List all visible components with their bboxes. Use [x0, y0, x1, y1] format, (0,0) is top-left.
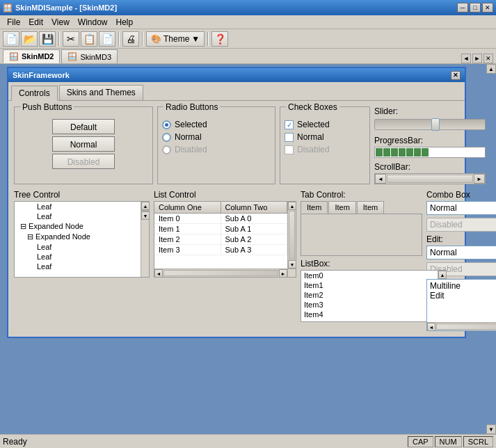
- scrollbar-track: ◄ ►: [374, 173, 486, 184]
- toolbar-sep3: [142, 32, 143, 46]
- minimize-button[interactable]: ─: [457, 3, 468, 13]
- combo-disabled-value: Disabled: [430, 220, 463, 230]
- scrollbar-right-button[interactable]: ►: [474, 174, 485, 184]
- radio-normal-circle[interactable]: [162, 133, 171, 142]
- toolbar-paste[interactable]: 📄: [99, 31, 115, 47]
- theme-label: Theme: [163, 34, 189, 44]
- inner-tab-0[interactable]: Item: [301, 201, 328, 214]
- list-scroll-up[interactable]: ▲: [288, 202, 296, 210]
- close-button[interactable]: ✕: [482, 3, 493, 13]
- scrollbar-left-button[interactable]: ◄: [375, 174, 386, 184]
- multiline-edit[interactable]: MultilineEdit ▲ ▼ ◄ ►: [426, 279, 496, 331]
- main-window: 🪟 SkinMDISample - [SkinMD2] ─ □ ✕ File E…: [0, 0, 496, 448]
- check-selected-box[interactable]: ✓: [285, 120, 294, 129]
- list-control[interactable]: Column One Column Two Item 0 Sub A 0 Ite…: [154, 201, 296, 278]
- radio-selected-label: Selected: [175, 120, 207, 129]
- radio-normal: Normal: [162, 132, 271, 142]
- radio-disabled-circle: [162, 145, 171, 154]
- menu-edit[interactable]: Edit: [24, 16, 47, 29]
- list-col-one: Column One: [154, 202, 221, 213]
- scroll-up-button[interactable]: ▲: [486, 64, 496, 74]
- mdi-tab-skinmd3[interactable]: 🪟 SkinMD3: [61, 49, 118, 63]
- listbox-item-1: Item1: [301, 280, 438, 290]
- toolbar-sep1: [58, 32, 60, 46]
- toolbar-print[interactable]: 🖨: [122, 31, 139, 47]
- check-normal-label: Normal: [297, 132, 324, 142]
- listbox-item-2: Item2: [301, 290, 438, 300]
- list-control-label: List Control: [154, 190, 296, 200]
- maximize-button[interactable]: □: [470, 3, 481, 13]
- tree-control[interactable]: Leaf Leaf ⊟ Expanded Node ⊟ Expanded Nod…: [14, 201, 150, 278]
- tree-scroll-down[interactable]: ▼: [141, 211, 150, 220]
- tree-item-expanded2: ⊟ Expanded Node: [15, 232, 141, 242]
- radio-disabled-label: Disabled: [175, 145, 207, 154]
- mdi-area: ▲ ▼ SkinFramework ✕ Controls Skins and T…: [0, 64, 496, 434]
- combo-normal[interactable]: Normal ▼: [426, 201, 496, 215]
- progress-fill: [375, 147, 429, 157]
- list-header: Column One Column Two: [154, 202, 287, 214]
- toolbar: 📄 📂 💾 ✂ 📋 📄 🖨 🎨 Theme ▼ ❓: [0, 29, 496, 49]
- list-rows: Item 0 Sub A 0 Item 1 Sub A 1 Item 2 Sub…: [154, 214, 287, 255]
- toolbar-copy[interactable]: 📋: [81, 31, 97, 47]
- mdi-nav-close[interactable]: ✕: [483, 54, 493, 63]
- push-buttons-label: Push Buttons: [20, 102, 74, 112]
- list-scroll-thumb-h[interactable]: [163, 270, 278, 276]
- dialog-close-button[interactable]: ✕: [451, 71, 461, 80]
- radio-buttons-group: Radio Buttons Selected Normal Disabled: [157, 106, 275, 184]
- mdi-nav-right[interactable]: ►: [472, 54, 482, 63]
- toolbar-help[interactable]: ❓: [211, 31, 228, 47]
- scrollbar-thumb[interactable]: [387, 175, 473, 183]
- slider-track[interactable]: [374, 119, 486, 130]
- tree-item-leaf5: Leaf: [15, 262, 141, 271]
- status-ready: Ready: [3, 437, 27, 447]
- controls-top-row: Push Buttons Default Normal Disabled Rad…: [14, 106, 459, 184]
- listbox-scroll-up[interactable]: ▲: [438, 271, 447, 279]
- check-disabled-box: [285, 145, 294, 154]
- menu-view[interactable]: View: [47, 16, 74, 29]
- scrollbar-label: ScrollBar:: [374, 162, 486, 172]
- check-disabled: Disabled: [285, 145, 365, 154]
- edit-normal-value: Normal: [430, 248, 457, 257]
- list-cell-2-0: Item 2: [154, 234, 221, 244]
- status-num: NUM: [435, 436, 462, 447]
- list-scroll-right[interactable]: ►: [279, 269, 287, 278]
- tree-scroll-up[interactable]: ▲: [141, 202, 150, 210]
- list-scroll-left[interactable]: ◄: [154, 269, 163, 278]
- menu-window[interactable]: Window: [74, 16, 112, 29]
- multiline-scroll-left[interactable]: ◄: [427, 323, 435, 331]
- mdi-tab-skinmd2[interactable]: 🪟 SkinMD2: [3, 49, 60, 63]
- edit-normal[interactable]: Normal ▲ ▼: [426, 246, 496, 259]
- theme-button[interactable]: 🎨 Theme ▼: [146, 31, 205, 47]
- inner-tab-2[interactable]: Item: [357, 201, 384, 214]
- push-buttons-group: Push Buttons Default Normal Disabled: [14, 106, 153, 184]
- dialog-tab-controls[interactable]: Controls: [11, 86, 58, 101]
- radio-disabled: Disabled: [162, 145, 271, 154]
- menu-help[interactable]: Help: [112, 16, 138, 29]
- tab-icon: 🪟: [9, 52, 19, 61]
- list-scroll-down[interactable]: ▼: [288, 260, 296, 269]
- menu-file[interactable]: File: [3, 16, 24, 29]
- title-bar: 🪟 SkinMDISample - [SkinMD2] ─ □ ✕: [0, 0, 496, 15]
- slider-thumb[interactable]: [431, 118, 440, 131]
- tree-item-leaf1: Leaf: [15, 202, 141, 211]
- listbox[interactable]: Item0 Item1 Item2 Item3 Item4 Item5 ▲ ▼: [301, 270, 447, 322]
- toolbar-cut[interactable]: ✂: [63, 31, 79, 47]
- inner-tab-1[interactable]: Item: [328, 201, 355, 214]
- toolbar-save[interactable]: 💾: [39, 31, 56, 47]
- mdi-nav-left[interactable]: ◄: [461, 54, 471, 63]
- check-normal-box[interactable]: [285, 133, 294, 142]
- multiline-scroll-thumb-h[interactable]: [436, 323, 496, 330]
- radio-selected-circle[interactable]: [162, 120, 171, 129]
- default-button[interactable]: Default: [52, 119, 115, 134]
- list-control-section: List Control Column One Column Two Item …: [154, 190, 296, 331]
- normal-button[interactable]: Normal: [52, 136, 115, 152]
- scroll-down-button[interactable]: ▼: [486, 424, 496, 434]
- menu-bar: File Edit View Window Help: [0, 15, 496, 29]
- toolbar-open[interactable]: 📂: [21, 31, 38, 47]
- list-scroll-thumb-v[interactable]: [289, 211, 295, 259]
- dialog-tab-skins[interactable]: Skins and Themes: [59, 85, 143, 100]
- dialog-content: Push Buttons Default Normal Disabled Rad…: [8, 100, 465, 337]
- status-scrl: SCRL: [463, 436, 493, 447]
- edit-label: Edit:: [426, 234, 496, 244]
- toolbar-new[interactable]: 📄: [3, 31, 19, 47]
